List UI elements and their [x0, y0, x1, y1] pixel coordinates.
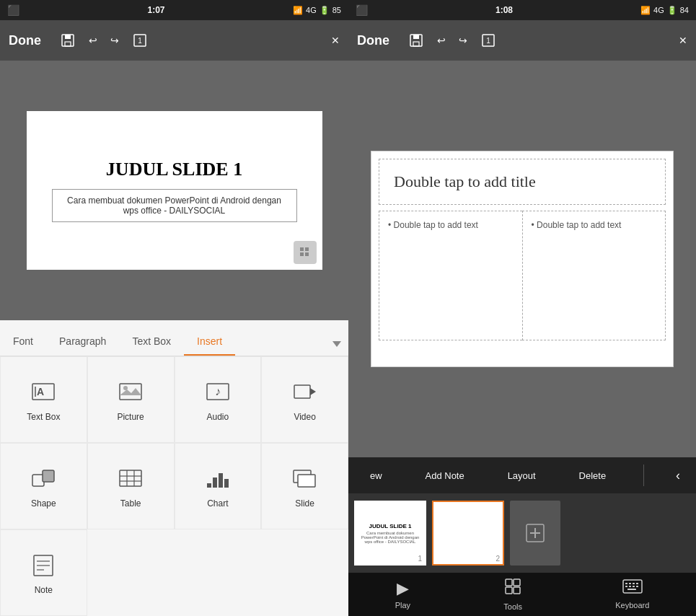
svg-rect-45 [506, 587, 512, 594]
right-close-button[interactable]: ✕ [679, 35, 687, 46]
insert-chart[interactable]: Chart [175, 443, 262, 529]
tab-insert[interactable]: Insert [184, 335, 235, 356]
right-redo-button[interactable]: ↪ [459, 35, 467, 46]
insert-video[interactable]: Video [261, 356, 348, 443]
video-icon [291, 377, 320, 406]
right-panel: ⬛ 1:08 📶 4G 🔋 84 Done ↩ ↪ 1 ✕ Double tap… [348, 0, 696, 616]
keyboard-label: Keyboard [615, 601, 649, 610]
slide-subtitle: Cara membuat dokumen PowerPoint di Andro… [52, 189, 297, 222]
svg-text:♪: ♪ [215, 385, 221, 397]
right-time: 1:08 [495, 5, 513, 15]
note-label: Note [35, 585, 53, 595]
view-button[interactable]: ew [364, 470, 388, 481]
left-slide-preview[interactable]: JUDUL SLIDE 1 Cara membuat dokumen Power… [27, 111, 322, 270]
layout-button[interactable]: Layout [502, 470, 542, 481]
left-slide-area: JUDUL SLIDE 1 Cara membuat dokumen Power… [0, 61, 348, 320]
svg-rect-20 [120, 470, 141, 486]
slide-label: Slide [295, 498, 314, 509]
table-icon [116, 464, 145, 493]
right-page-button[interactable]: 1 [480, 32, 496, 48]
left-battery-icon: 🔋 [320, 6, 330, 15]
thumbnail-2[interactable]: 2 [432, 501, 504, 566]
svg-text:1: 1 [486, 37, 490, 45]
slide-title: JUDUL SLIDE 1 [106, 159, 242, 180]
right-4g-badge: 4G [653, 6, 664, 14]
toolbar-divider [643, 465, 644, 486]
svg-rect-43 [506, 579, 512, 586]
tab-textbox[interactable]: Text Box [119, 335, 184, 356]
thumbnail-1-title: JUDUL SLIDE 1 [358, 523, 422, 529]
right-undo-button[interactable]: ↩ [437, 35, 446, 46]
left-toolbar: Done ↩ ↪ 1 ✕ [0, 20, 348, 61]
svg-rect-8 [305, 252, 309, 256]
text-box-label: Text Box [27, 412, 60, 422]
keyboard-icon [622, 579, 643, 598]
delete-button[interactable]: Delete [573, 470, 612, 481]
left-done-button[interactable]: Done [9, 33, 41, 48]
note-icon [29, 550, 58, 579]
insert-picture[interactable]: Picture [87, 356, 175, 443]
thumbnail-1-number: 1 [418, 555, 422, 563]
svg-rect-1 [65, 35, 71, 39]
left-save-button[interactable] [60, 32, 76, 48]
nav-keyboard[interactable]: Keyboard [615, 579, 649, 610]
thumbnail-1-subtitle: Cara membuat dokumen PowerPoint di Andro… [358, 531, 422, 544]
left-page-button[interactable]: 1 [132, 32, 148, 48]
insert-slide[interactable]: Slide [261, 443, 348, 529]
add-slide-button[interactable] [510, 501, 560, 566]
tools-label: Tools [503, 602, 522, 611]
audio-label: Audio [207, 412, 229, 422]
right-slide-canvas[interactable]: Double tap to add title • Double tap to … [371, 151, 674, 367]
tab-dropdown-icon[interactable] [332, 341, 341, 347]
svg-rect-16 [294, 385, 310, 398]
left-bb-icon: ⬛ [7, 4, 19, 16]
picture-label: Picture [117, 412, 144, 422]
left-close-button[interactable]: ✕ [331, 35, 340, 46]
svg-rect-19 [43, 470, 54, 482]
insert-audio[interactable]: ♪ Audio [175, 356, 262, 443]
right-battery-icon: 🔋 [667, 6, 677, 15]
svg-point-13 [123, 386, 128, 390]
svg-rect-2 [65, 42, 71, 46]
svg-rect-25 [207, 483, 211, 488]
slide-canvas-title[interactable]: Double tap to add title [379, 159, 666, 205]
back-arrow-button[interactable]: ‹ [676, 468, 680, 483]
svg-rect-48 [625, 583, 627, 584]
insert-grid: A Text Box Picture ♪ Audio Video [0, 356, 348, 616]
left-battery-level: 85 [332, 6, 341, 14]
thumbnail-2-content [465, 530, 471, 536]
slide-canvas-col-left[interactable]: • Double tap to add text [379, 211, 522, 340]
insert-shape[interactable]: Shape [0, 443, 87, 529]
play-icon: ▶ [397, 579, 409, 598]
thumbnail-2-number: 2 [495, 555, 500, 563]
shape-icon [29, 464, 58, 493]
svg-text:A: A [37, 386, 44, 397]
add-note-button[interactable]: Add Note [420, 470, 470, 481]
slide-canvas-col-right[interactable]: • Double tap to add text [522, 211, 666, 340]
tab-paragraph[interactable]: Paragraph [46, 335, 119, 356]
insert-text-box[interactable]: A Text Box [0, 356, 87, 443]
nav-play[interactable]: ▶ Play [395, 579, 410, 610]
thumbnail-1[interactable]: JUDUL SLIDE 1 Cara membuat dokumen Power… [354, 501, 426, 566]
bottom-nav: ▶ Play Tools Keyboard [348, 573, 696, 616]
svg-text:1: 1 [138, 37, 142, 45]
right-save-button[interactable] [408, 32, 424, 48]
insert-note[interactable]: Note [0, 529, 87, 616]
svg-rect-30 [298, 475, 315, 487]
left-redo-button[interactable]: ↪ [110, 35, 119, 46]
right-slide-canvas-area: Double tap to add title • Double tap to … [348, 61, 696, 457]
right-done-button[interactable]: Done [357, 33, 389, 48]
tab-font[interactable]: Font [0, 335, 46, 356]
left-undo-button[interactable]: ↩ [89, 35, 97, 46]
thumbnails-row: JUDUL SLIDE 1 Cara membuat dokumen Power… [348, 493, 696, 573]
right-toolbar: Done ↩ ↪ 1 ✕ [348, 20, 696, 61]
left-signal-icon: 📶 [293, 6, 303, 15]
nav-tools[interactable]: Tools [503, 578, 522, 611]
svg-rect-50 [633, 583, 635, 584]
right-status-bar: ⬛ 1:08 📶 4G 🔋 84 [348, 0, 696, 20]
svg-rect-49 [629, 583, 631, 584]
insert-table[interactable]: Table [87, 443, 175, 529]
slide-canvas-columns: • Double tap to add text • Double tap to… [379, 211, 666, 340]
right-battery-level: 84 [680, 6, 689, 14]
thumbnail-1-content: JUDUL SLIDE 1 Cara membuat dokumen Power… [356, 520, 425, 547]
